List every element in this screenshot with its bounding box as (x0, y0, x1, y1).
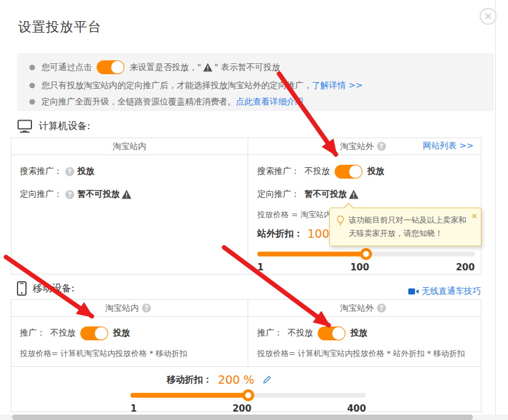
target-promo-label: 定向推广： (20, 189, 62, 200)
help-icon[interactable]: ? (377, 142, 386, 151)
outside-search-toggle[interactable] (335, 165, 362, 179)
lightbulb-icon (336, 215, 345, 226)
notice-1-pre: 您可通过点击 (41, 60, 92, 74)
bullet-dot: ● (29, 60, 35, 74)
header-taobao-outside: 淘宝站外 ? 网站列表 >> (248, 138, 481, 154)
notice-line-3: ● 定向推广全面升级，全链路资源位覆盖精准消费者。 点此查看详细介绍 (29, 94, 482, 109)
slider-thumb[interactable] (242, 389, 254, 401)
demo-toggle[interactable] (97, 60, 124, 74)
learn-more-link[interactable]: 了解详情 >> (312, 78, 362, 92)
header-mobile-inside: 淘宝站内 ? (11, 300, 248, 316)
promo-label: 推广： (257, 328, 283, 339)
header-mobile-inside-label: 淘宝站内 (105, 303, 139, 314)
slider-track[interactable] (257, 252, 475, 256)
video-icon (408, 288, 419, 295)
mobile-discount-slider: 1 200 400 (130, 393, 366, 414)
target-promo-label: 定向推广： (257, 189, 300, 200)
computer-section-heading: 计算机设备: (17, 119, 90, 133)
mobile-outside-cell: 推广： 不投放 投放 投放价格= 计算机淘宝站内投放价格 * 站外折扣 * 移动… (248, 317, 481, 366)
mobile-inside-cell: 推广： 不投放 投放 投放价格= 计算机淘宝站内投放价格 * 移动折扣 (11, 317, 248, 366)
mobile-inside-formula: 投放价格= 计算机淘宝站内投放价格 * 移动折扣 (20, 348, 248, 360)
mobile-discount-value: 200 % (218, 373, 254, 386)
notice-2-text: 您只有投放淘宝站内的定向推广后，才能选择投放淘宝站外的定向推广， (41, 78, 312, 92)
mobile-table-header: 淘宝站内 ? 淘宝站外 ? (11, 300, 481, 317)
notice-1-end: " 表示暂不可投放 (214, 60, 280, 74)
slider-min-label: 1 (257, 262, 263, 273)
toggle-off-label: 不投放 (288, 328, 313, 339)
site-list-link[interactable]: 网站列表 >> (423, 141, 474, 151)
mobile-section-heading: 移动设备: (17, 281, 74, 296)
notice-1-mid: 来设置是否投放，" (129, 60, 201, 74)
header-mobile-outside: 淘宝站外 ? (248, 300, 481, 316)
tooltip-text: 该功能目前只对一钻及以上卖家和天猫卖家开放，请您知晓！ (349, 214, 469, 241)
target-promo-value: 暂不可投放 (77, 189, 120, 200)
outside-target-row: 定向推广： 暂不可投放 (257, 185, 481, 203)
toggle-off-label: 不投放 (50, 328, 76, 339)
slider-thumb[interactable] (360, 248, 372, 260)
computer-section-label: 计算机设备: (39, 120, 90, 133)
slider-track[interactable] (130, 393, 366, 398)
mobile-icon (17, 281, 27, 296)
mobile-inside-promo-row: 推广： 不投放 投放 (20, 324, 248, 342)
toggle-on-label: 投放 (367, 166, 384, 177)
notice-line-2: ● 您只有投放淘宝站内的定向推广后，才能选择投放淘宝站外的定向推广， 了解详情 … (29, 78, 482, 92)
mobile-inside-toggle[interactable] (80, 326, 108, 340)
mobile-section-label: 移动设备: (33, 282, 74, 295)
outside-discount-label: 站外折扣： (257, 228, 303, 240)
notice-3-text: 定向推广全面升级，全链路资源位覆盖精准消费者。 (41, 94, 236, 109)
slider-labels: 1 200 400 (130, 403, 366, 414)
slider-min-label: 1 (130, 403, 137, 414)
warning-icon (121, 189, 132, 199)
warning-icon (203, 63, 213, 72)
slider-max-label: 400 (347, 403, 366, 414)
header-mobile-outside-label: 淘宝站外 (340, 303, 374, 314)
page-title: 设置投放平台 (18, 18, 101, 36)
toggle-off-label: 不投放 (304, 166, 330, 177)
detail-intro-link[interactable]: 点此查看详细介绍 (236, 94, 303, 109)
toggle-on-label: 投放 (113, 328, 130, 339)
computer-inside-cell: 搜索推广： ? 投放 定向推广： ? 暂不可投放 (11, 155, 248, 275)
inside-target-row: 定向推广： ? 暂不可投放 (20, 185, 248, 203)
slider-labels: 1 100 200 (257, 262, 475, 273)
notice-line-1: ● 您可通过点击 来设置是否投放，" " 表示暂不可投放 (29, 60, 482, 74)
mobile-discount-area: 移动折扣： 200 % 1 200 400 (11, 366, 481, 412)
mobile-outside-formula: 投放价格= 计算机淘宝站内投放价格 * 站外折扣 * 移动折扣 (257, 348, 481, 360)
notice-box: ● 您可通过点击 来设置是否投放，" " 表示暂不可投放 ● 您只有投放淘宝站内… (17, 53, 494, 111)
help-icon[interactable]: ? (142, 304, 151, 313)
tooltip-close-icon[interactable]: × (471, 209, 478, 223)
wireless-tips-link[interactable]: 无线直通车技巧 (408, 286, 481, 297)
slider-mid-label: 100 (350, 262, 369, 273)
bullet-dot: ● (29, 94, 35, 109)
edit-pencil-icon[interactable] (263, 375, 271, 384)
seller-notice-tooltip: 该功能目前只对一钻及以上卖家和天猫卖家开放，请您知晓！ × (329, 208, 481, 246)
help-icon[interactable]: ? (65, 167, 74, 176)
mobile-outside-promo-row: 推广： 不投放 投放 (257, 324, 481, 342)
slider-max-label: 200 (456, 262, 475, 273)
outside-discount-slider: 1 100 200 (257, 252, 475, 273)
horizontal-scrollbar-thumb[interactable] (12, 415, 473, 420)
close-icon[interactable]: ✕ (480, 8, 497, 25)
mobile-outside-toggle[interactable] (318, 326, 346, 340)
header-taobao-outside-label: 淘宝站外 (340, 141, 374, 152)
outside-search-row: 搜索推广： 不投放 投放 (257, 162, 481, 180)
target-promo-value: 暂不可投放 (304, 189, 347, 200)
search-promo-label: 搜索推广： (257, 166, 300, 177)
slider-fill (257, 252, 366, 256)
help-icon[interactable]: ? (377, 304, 386, 313)
set-platform-dialog: 设置投放平台 ✕ ● 您可通过点击 来设置是否投放，" " 表示暂不可投放 ● … (0, 0, 508, 420)
toggle-on-label: 投放 (350, 328, 367, 339)
computer-table-header: 淘宝站内 淘宝站外 ? 网站列表 >> (11, 138, 481, 155)
computer-icon (17, 119, 33, 133)
help-icon[interactable]: ? (65, 190, 74, 199)
promo-label: 推广： (20, 328, 45, 339)
mobile-discount-row: 移动折扣： 200 % (0, 373, 454, 386)
wireless-tips-label: 无线直通车技巧 (422, 286, 481, 297)
warning-icon (349, 189, 359, 199)
computer-table: 淘宝站内 淘宝站外 ? 网站列表 >> 搜索推广： ? 投放 定向推广： ? 暂… (11, 138, 481, 275)
mobile-discount-label: 移动折扣： (167, 374, 212, 386)
mobile-table: 淘宝站内 ? 淘宝站外 ? 推广： 不投放 投放 投放价格= 计算机淘宝站内投放… (11, 299, 481, 412)
search-promo-label: 搜索推广： (20, 166, 62, 177)
dialog-right-border (495, 0, 496, 420)
bullet-dot: ● (29, 78, 35, 92)
horizontal-scrollbar[interactable] (0, 415, 508, 420)
